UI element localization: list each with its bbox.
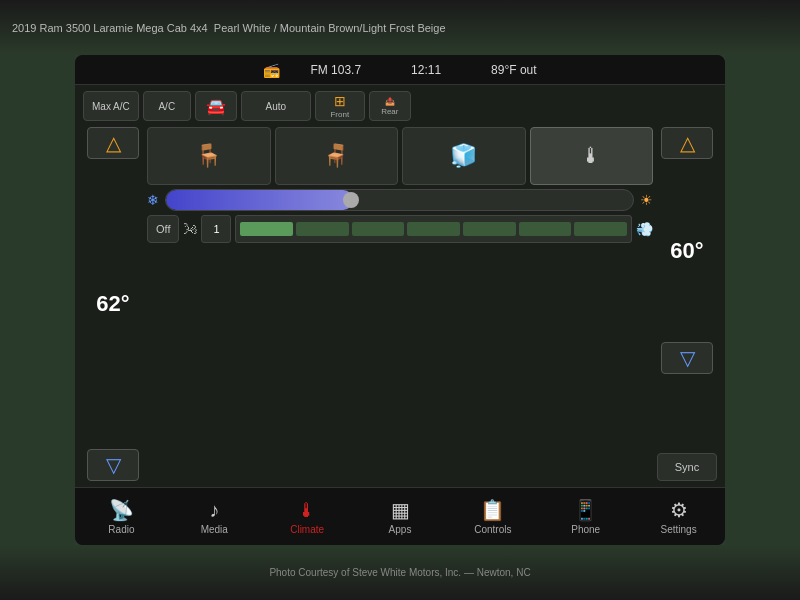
settings-nav-label: Settings [661, 524, 697, 535]
off-label: Off [156, 223, 170, 235]
climate-nav-icon: 🌡 [297, 499, 317, 522]
cold-icon: ❄ [147, 192, 159, 208]
fan-segment-3 [352, 222, 405, 236]
apps-nav-icon: ▦ [391, 498, 410, 522]
left-temp-down-button[interactable]: ▽ [87, 449, 139, 481]
hvac-top-row: Max A/C A/C 🚘 Auto ⊞ Front 📤 Rear [83, 91, 717, 121]
phone-nav-label: Phone [571, 524, 600, 535]
seat-heat-passenger-button[interactable]: 🪑 [275, 127, 399, 185]
settings-nav-icon: ⚙ [670, 498, 688, 522]
fan-speed-row: Off 🌬 1 [147, 215, 653, 243]
right-up-arrow-icon: △ [680, 131, 695, 155]
rear-text: Rear [381, 107, 398, 116]
nav-phone[interactable]: 📱 Phone [539, 494, 632, 539]
seat-icons-row: 🪑 🪑 🧊 🌡 [147, 127, 653, 185]
nav-climate[interactable]: 🌡 Climate [261, 495, 354, 539]
radio-nav-icon: 📡 [109, 498, 134, 522]
seat-heat-driver-button[interactable]: 🪑 [147, 127, 271, 185]
nav-controls[interactable]: 📋 Controls [446, 494, 539, 539]
outer-right-panel [725, 55, 800, 545]
car-recirculate-icon: 🚘 [206, 97, 226, 116]
media-nav-label: Media [201, 524, 228, 535]
outer-bottom-panel: Photo Courtesy of Steve White Motors, In… [0, 545, 800, 600]
radio-icon: 📻 [263, 62, 280, 78]
nav-media[interactable]: ♪ Media [168, 495, 261, 539]
phone-nav-icon: 📱 [573, 498, 598, 522]
page-wrapper: 2019 Ram 3500 Laramie Mega Cab 4x4 Pearl… [0, 0, 800, 600]
off-button[interactable]: Off [147, 215, 179, 243]
down-arrow-icon: ▽ [106, 453, 121, 477]
auto-button[interactable]: Auto [241, 91, 311, 121]
left-temp-up-button[interactable]: △ [87, 127, 139, 159]
ac-button[interactable]: A/C [143, 91, 191, 121]
seat-passenger-icon: 🪑 [323, 143, 350, 169]
fan-segment-2 [296, 222, 349, 236]
fan-high-icon: 💨 [636, 221, 653, 237]
seat-driver-icon: 🪑 [195, 143, 222, 169]
fan-segment-6 [519, 222, 572, 236]
left-temp-display: 62° [96, 291, 129, 317]
recirculate-button[interactable]: 🚘 [195, 91, 237, 121]
car-subtitle: Pearl White / Mountain Brown/Light Frost… [214, 22, 446, 34]
front-vent-button[interactable]: ⊞ Front [315, 91, 365, 121]
temp-blend-slider[interactable] [165, 189, 634, 211]
seat-cool-driver-button[interactable]: 🧊 [402, 127, 526, 185]
fan-segment-1 [240, 222, 293, 236]
fan-speed-number: 1 [213, 223, 219, 235]
media-nav-icon: ♪ [209, 499, 219, 522]
hvac-main-controls: △ 62° ▽ 🪑 🪑 [83, 127, 717, 481]
car-info-bar: 2019 Ram 3500 Laramie Mega Cab 4x4 Pearl… [0, 0, 800, 55]
fan-low-icon: 🌬 [183, 221, 197, 237]
rear-button[interactable]: 📤 Rear [369, 91, 411, 121]
right-temp-down-button[interactable]: ▽ [661, 342, 713, 374]
heated-rear-seat-button[interactable]: 🌡 [530, 127, 654, 185]
nav-bar: 📡 Radio ♪ Media 🌡 Climate ▦ Apps 📋 Contr… [75, 487, 725, 545]
climate-nav-label: Climate [290, 524, 324, 535]
right-temp-up-button[interactable]: △ [661, 127, 713, 159]
max-ac-label: Max A/C [92, 101, 130, 112]
outside-temp: 89°F out [491, 63, 537, 77]
right-down-arrow-icon: ▽ [680, 346, 695, 370]
hot-icon: ☀ [640, 192, 653, 208]
fan-segment-7 [574, 222, 627, 236]
heated-seat-icon: 🌡 [580, 143, 602, 169]
nav-radio[interactable]: 📡 Radio [75, 494, 168, 539]
max-ac-button[interactable]: Max A/C [83, 91, 139, 121]
center-hvac-controls: 🪑 🪑 🧊 🌡 ❄ [147, 127, 653, 481]
ac-label: A/C [158, 101, 175, 112]
outer-left-panel [0, 55, 75, 545]
infotainment-screen: 📻 FM 103.7 12:11 89°F out Max A/C A/C 🚘 … [75, 55, 725, 545]
sync-label: Sync [675, 461, 699, 473]
controls-nav-icon: 📋 [480, 498, 505, 522]
controls-nav-label: Controls [474, 524, 511, 535]
up-arrow-icon: △ [106, 131, 121, 155]
car-title: 2019 Ram 3500 Laramie Mega Cab 4x4 [12, 22, 208, 34]
station-display: FM 103.7 [310, 63, 361, 77]
nav-settings[interactable]: ⚙ Settings [632, 494, 725, 539]
status-bar: 📻 FM 103.7 12:11 89°F out [75, 55, 725, 85]
front-label: Front [330, 110, 349, 119]
apps-nav-label: Apps [389, 524, 412, 535]
right-temp-col: △ 60° ▽ Sync [657, 127, 717, 481]
front-vent-icon: ⊞ [334, 93, 346, 109]
radio-nav-label: Radio [108, 524, 134, 535]
auto-label: Auto [266, 101, 287, 112]
hvac-area: Max A/C A/C 🚘 Auto ⊞ Front 📤 Rear [75, 85, 725, 487]
fan-segment-4 [407, 222, 460, 236]
temp-blend-row: ❄ ☀ [147, 189, 653, 211]
sync-button[interactable]: Sync [657, 453, 717, 481]
time-display: 12:11 [411, 63, 441, 77]
fan-speed-bar[interactable] [235, 215, 632, 243]
slider-thumb [343, 192, 359, 208]
right-temp-display: 60° [670, 238, 703, 264]
slider-fill [166, 190, 353, 210]
nav-apps[interactable]: ▦ Apps [354, 494, 447, 539]
left-temp-col: △ 62° ▽ [83, 127, 143, 481]
seat-cool-icon: 🧊 [450, 143, 477, 169]
fan-speed-display: 1 [201, 215, 231, 243]
rear-label: 📤 [385, 97, 395, 106]
photo-credit: Photo Courtesy of Steve White Motors, In… [269, 567, 530, 578]
fan-segment-5 [463, 222, 516, 236]
